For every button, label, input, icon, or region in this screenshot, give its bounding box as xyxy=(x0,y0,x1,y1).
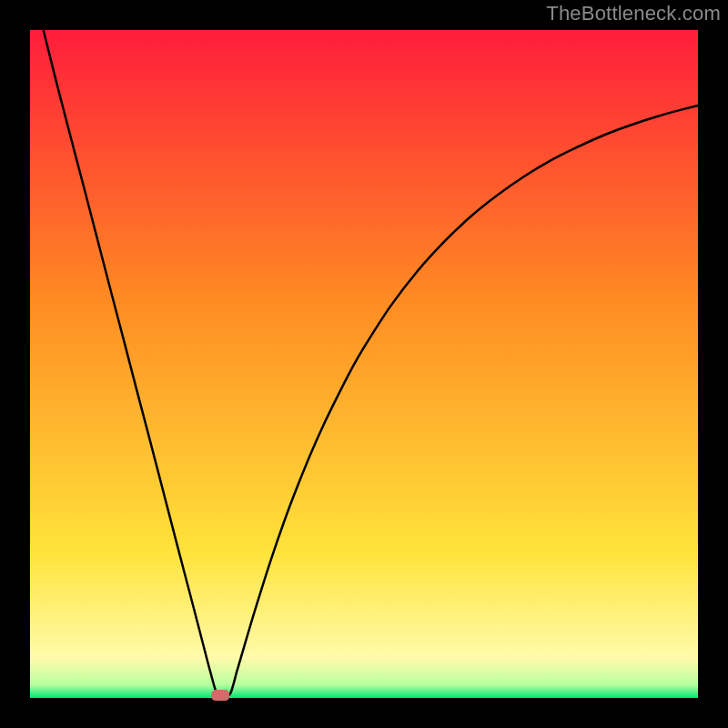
minimum-marker xyxy=(211,690,229,701)
bottleneck-chart xyxy=(0,0,728,728)
watermark-text: TheBottleneck.com xyxy=(546,2,721,25)
chart-container: TheBottleneck.com xyxy=(0,0,728,728)
